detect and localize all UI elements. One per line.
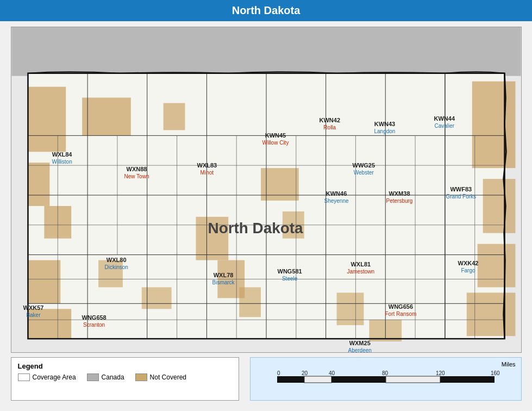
legend-box: Legend Coverage Area Canada Not Covered [11, 357, 239, 401]
label-WXK42: WXK42Fargo [458, 260, 479, 274]
label-KWN45: KWN45Willow City [262, 132, 289, 146]
legend-item-coverage: Coverage Area [18, 373, 76, 381]
label-WXL78: WXL78Bismarck [212, 272, 235, 286]
label-WXM38: WXM38Petersburg [386, 190, 413, 204]
svg-text:40: 40 [329, 371, 335, 376]
legend-label-canada: Canada [102, 373, 124, 381]
label-WXL80: WXL80Dickinson [105, 257, 128, 271]
legend-item-notcovered: Not Covered [135, 373, 186, 381]
bottom-section: Legend Coverage Area Canada Not Covered … [11, 357, 522, 401]
legend-item-canada: Canada [87, 373, 124, 381]
scalebar-miles-label: Miles [502, 361, 516, 368]
label-WWG25: WWG25Webster [353, 162, 375, 176]
scalebar-box: Miles 0 20 40 80 120 160 [250, 357, 522, 401]
legend-swatch-coverage [18, 373, 30, 381]
svg-text:120: 120 [436, 371, 445, 376]
legend-label-notcovered: Not Covered [150, 373, 186, 381]
label-WXL83: WXL83Minot [197, 162, 217, 176]
label-KWN46: KWN46Sheyenne [324, 190, 349, 204]
label-WXK57: WXK57Baker [23, 304, 44, 319]
legend-title: Legend [18, 362, 232, 370]
svg-text:North Dakota: North Dakota [208, 220, 303, 236]
map-container: North Dakota WXL84Williston WXN88New Tow… [11, 27, 522, 353]
svg-rect-7 [82, 98, 131, 136]
legend-label-coverage: Coverage Area [33, 373, 76, 381]
svg-rect-0 [11, 27, 521, 76]
svg-rect-15 [477, 244, 515, 288]
label-WNG656: WNG656Fort Ransom [385, 303, 417, 317]
svg-rect-8 [163, 103, 185, 130]
label-KWN44: KWN44Cavalier [434, 115, 455, 129]
label-WXL81: WXL81Jamestown [347, 261, 375, 275]
label-WNG581: WNG581Steele [278, 268, 302, 282]
svg-rect-53 [386, 376, 440, 383]
label-KWN42: KWN42Rolla [320, 117, 341, 131]
svg-rect-2 [28, 87, 66, 152]
svg-rect-19 [239, 287, 261, 317]
svg-rect-52 [331, 376, 386, 383]
svg-rect-3 [28, 163, 49, 206]
label-WWF83: WWF83Grand Forks [446, 186, 477, 200]
svg-rect-5 [28, 260, 60, 304]
svg-text:80: 80 [382, 371, 389, 376]
label-WXL84: WXL84Williston [52, 151, 72, 165]
svg-rect-54 [440, 376, 495, 383]
svg-rect-16 [466, 292, 515, 336]
scalebar-graphic: 0 20 40 80 120 160 [256, 371, 516, 387]
page-title: North Dakota [0, 0, 532, 21]
svg-rect-13 [472, 82, 515, 168]
label-KWN43: KWN43Langdon [374, 121, 396, 135]
label-WXM25: WXM25Aberdeen [348, 340, 372, 353]
label-WXN88: WXN88New Town [124, 166, 149, 180]
svg-rect-50 [277, 376, 304, 383]
svg-text:20: 20 [302, 371, 308, 376]
svg-rect-51 [304, 376, 331, 383]
legend-swatch-notcovered [135, 373, 147, 381]
legend-swatch-canada [87, 373, 99, 381]
label-WNG658: WNG658Scranton [82, 314, 107, 328]
svg-text:160: 160 [491, 371, 500, 376]
legend-items: Coverage Area Canada Not Covered [18, 373, 232, 381]
svg-rect-20 [336, 292, 364, 325]
svg-rect-18 [141, 287, 171, 309]
svg-text:0: 0 [277, 371, 280, 376]
